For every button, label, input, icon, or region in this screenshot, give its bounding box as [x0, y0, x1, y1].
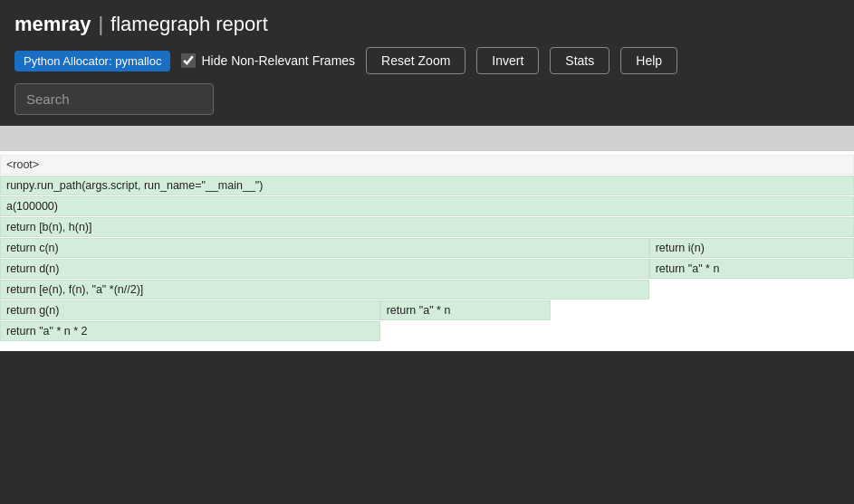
- allocator-badge: Python Allocator: pymalloc: [14, 51, 170, 71]
- flame-block-b-h[interactable]: return [b(n), h(n)]: [0, 217, 854, 237]
- hide-frames-label[interactable]: Hide Non-Relevant Frames: [181, 53, 355, 68]
- spacer-g: [551, 300, 854, 320]
- spacer-e-f: [649, 280, 854, 300]
- controls-bar: Python Allocator: pymalloc Hide Non-Rele…: [14, 47, 840, 74]
- brand-memray: memray: [14, 13, 91, 36]
- flame-row-b-h: return [b(n), h(n)]: [0, 217, 854, 237]
- hide-frames-text: Hide Non-Relevant Frames: [201, 53, 355, 68]
- search-row: [14, 83, 840, 115]
- flame-block-an[interactable]: return "a" * n: [649, 259, 854, 279]
- title-separator: |: [98, 13, 103, 36]
- flame-block-runpy[interactable]: runpy.run_path(args.script, run_name="__…: [0, 176, 854, 195]
- flame-block-root[interactable]: <root>: [0, 155, 854, 175]
- header: memray | flamegraph report Python Alloca…: [0, 0, 854, 126]
- invert-button[interactable]: Invert: [476, 47, 539, 74]
- hide-frames-checkbox[interactable]: [181, 53, 196, 68]
- flame-block-e-f[interactable]: return [e(n), f(n), "a" *(n//2)]: [0, 280, 649, 300]
- flame-block-a100000[interactable]: a(100000): [0, 196, 854, 216]
- title-area: memray | flamegraph report: [14, 13, 840, 36]
- subtitle: flamegraph report: [110, 13, 268, 36]
- search-input[interactable]: [14, 83, 214, 115]
- flamegraph-header-bar: [0, 126, 854, 151]
- flame-block-d[interactable]: return d(n): [0, 259, 649, 279]
- stats-button[interactable]: Stats: [550, 47, 609, 74]
- flame-block-an3[interactable]: return "a" * n * 2: [0, 321, 380, 341]
- flame-row-g-an2: return g(n) return "a" * n: [0, 300, 854, 320]
- reset-zoom-button[interactable]: Reset Zoom: [366, 47, 465, 74]
- flame-row-an3: return "a" * n * 2: [0, 321, 854, 341]
- flame-row-a100000: a(100000): [0, 196, 854, 216]
- flame-row-c-i: return c(n) return i(n): [0, 238, 854, 258]
- flame-row-d-an: return d(n) return "a" * n: [0, 259, 854, 279]
- help-button[interactable]: Help: [620, 47, 677, 74]
- flamegraph-area: <root> runpy.run_path(args.script, run_n…: [0, 126, 854, 351]
- flame-row-root: <root>: [0, 155, 854, 175]
- flamegraph-content: <root> runpy.run_path(args.script, run_n…: [0, 151, 854, 351]
- flame-block-an2[interactable]: return "a" * n: [380, 300, 552, 320]
- flame-block-i[interactable]: return i(n): [649, 238, 854, 258]
- flame-row-runpy: runpy.run_path(args.script, run_name="__…: [0, 176, 854, 195]
- flame-row-e-f: return [e(n), f(n), "a" *(n//2)]: [0, 280, 854, 300]
- flame-block-g[interactable]: return g(n): [0, 300, 380, 320]
- spacer-an3: [380, 321, 854, 341]
- flame-block-c[interactable]: return c(n): [0, 238, 649, 258]
